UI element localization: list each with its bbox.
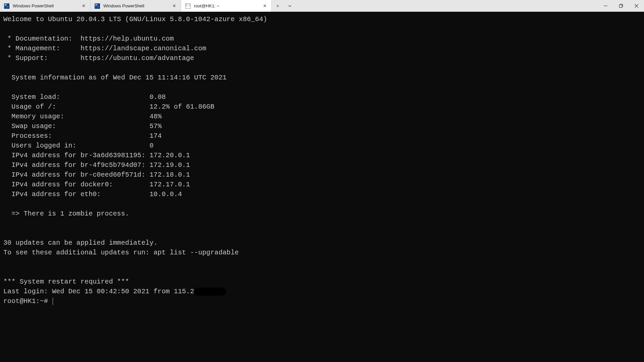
powershell-icon: [4, 3, 9, 9]
motd-mgmt-url: https://landscape.canonical.com: [80, 45, 206, 52]
motd-sup-label: * Support:: [3, 54, 80, 62]
sysinfo-header: System information as of Wed Dec 15 11:1…: [3, 74, 227, 81]
sys-swap-value: 57%: [150, 122, 162, 130]
motd-welcome: Welcome to Ubuntu 20.04.3 LTS (GNU/Linux…: [3, 15, 267, 23]
terminal-cursor: [53, 298, 53, 305]
tab-title: root@HK1: ~: [194, 3, 259, 8]
svg-rect-0: [604, 6, 607, 6]
cmd-icon: [185, 3, 191, 9]
sys-load-value: 0.08: [150, 93, 166, 101]
sys-proc-label: Processes:: [3, 132, 150, 140]
sys-proc-value: 174: [150, 132, 162, 140]
close-window-button[interactable]: [629, 0, 644, 12]
updates-line-1: 30 updates can be applied immediately.: [3, 239, 158, 247]
maximize-button[interactable]: [613, 0, 629, 12]
close-icon[interactable]: ✕: [171, 3, 177, 9]
tab-title: Windows PowerShell: [103, 3, 169, 8]
chevron-down-icon: [288, 4, 292, 8]
updates-line-2: To see these additional updates run: apt…: [3, 249, 239, 256]
sys-mem-label: Memory usage:: [3, 113, 150, 120]
new-tab-button[interactable]: ＋: [272, 0, 284, 12]
sys-ip4-value: 172.17.0.1: [150, 181, 190, 188]
sys-usage-value: 12.2% of 61.86GB: [150, 103, 215, 111]
tab-actions: ＋: [272, 0, 296, 12]
motd-sup-url: https://ubuntu.com/advantage: [80, 54, 194, 62]
minimize-icon: [604, 4, 607, 8]
sys-ip2-label: IPv4 address for br-4f9c5b794d07:: [3, 161, 150, 169]
close-icon[interactable]: ✕: [262, 3, 267, 9]
zombie-warning: => There is 1 zombie process.: [3, 210, 129, 218]
titlebar-drag-region[interactable]: [296, 0, 598, 12]
close-icon: [635, 4, 638, 8]
restart-required: *** System restart required ***: [3, 278, 129, 286]
tab-dropdown-button[interactable]: [284, 0, 296, 12]
sys-load-label: System load:: [3, 93, 150, 101]
motd-mgmt-label: * Management:: [3, 45, 80, 52]
terminal-output[interactable]: Welcome to Ubuntu 20.04.3 LTS (GNU/Linux…: [0, 12, 644, 362]
sys-swap-label: Swap usage:: [3, 122, 150, 130]
sys-ip2-value: 172.19.0.1: [150, 161, 190, 169]
title-bar: Windows PowerShell ✕ Windows PowerShell …: [0, 0, 644, 12]
sys-ip5-value: 10.0.0.4: [150, 190, 182, 198]
sys-users-label: Users logged in:: [3, 142, 150, 149]
sys-ip3-value: 172.18.0.1: [150, 171, 190, 179]
tab-strip: Windows PowerShell ✕ Windows PowerShell …: [0, 0, 272, 12]
sys-usage-label: Usage of /:: [3, 103, 150, 111]
motd-doc-url: https://help.ubuntu.com: [80, 35, 174, 43]
motd-doc-label: * Documentation:: [3, 35, 80, 43]
close-icon[interactable]: ✕: [81, 3, 86, 9]
tab-powershell-1[interactable]: Windows PowerShell ✕: [0, 0, 91, 12]
sys-ip4-label: IPv4 address for docker0:: [3, 181, 150, 188]
sys-mem-value: 48%: [150, 113, 162, 120]
powershell-icon: [95, 3, 100, 9]
last-login: Last login: Wed Dec 15 00:42:50 2021 fro…: [3, 288, 194, 295]
sys-ip1-value: 172.20.0.1: [150, 152, 190, 159]
minimize-button[interactable]: [598, 0, 613, 12]
sys-ip1-label: IPv4 address for br-3a6d63981195:: [3, 152, 150, 159]
sys-ip3-label: IPv4 address for br-c0eed60f571d:: [3, 171, 150, 179]
sys-users-value: 0: [150, 142, 154, 149]
tab-title: Windows PowerShell: [13, 3, 78, 8]
redacted-ip: [194, 288, 226, 296]
svg-rect-1: [619, 5, 622, 8]
restore-icon: [619, 4, 623, 8]
shell-prompt: root@HK1:~#: [3, 297, 52, 305]
window-controls: [598, 0, 644, 12]
sys-ip5-label: IPv4 address for eth0:: [3, 190, 150, 198]
tab-ssh-root[interactable]: root@HK1: ~ ✕: [181, 0, 272, 12]
tab-powershell-2[interactable]: Windows PowerShell ✕: [91, 0, 181, 12]
